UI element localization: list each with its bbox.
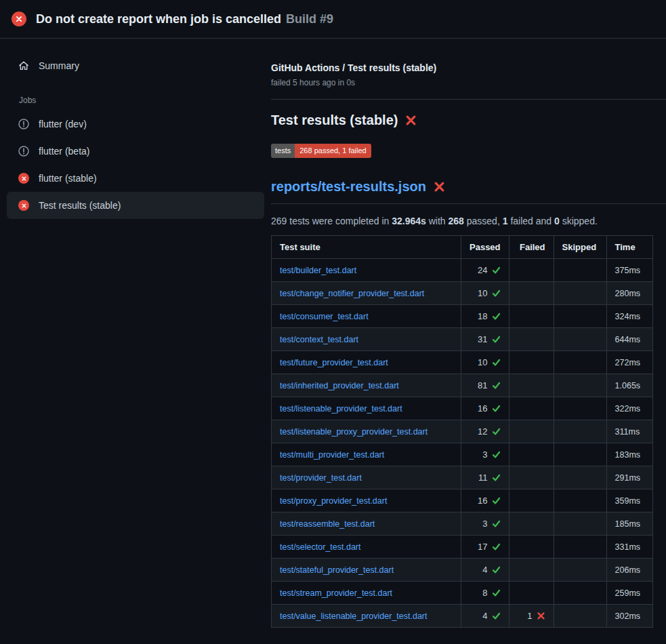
report-link[interactable]: reports/test-results.json [271, 179, 426, 195]
passed-count: 16 [478, 496, 487, 506]
time-value: 291ms [615, 473, 641, 483]
time-value: 185ms [615, 519, 641, 529]
test-suite-link[interactable]: test/stream_provider_test.dart [280, 588, 392, 598]
x-icon [537, 611, 545, 620]
summary-text: failed and [508, 216, 555, 226]
table-row: test/consumer_test.dart18324ms [272, 305, 653, 328]
passed-count: 10 [478, 357, 487, 367]
section-heading: Test results (stable) [271, 113, 666, 128]
sidebar-item-job[interactable]: flutter (stable) [7, 165, 264, 192]
summary-text: passed, [464, 216, 503, 226]
passed-count: 12 [478, 426, 487, 437]
column-header: Test suite [272, 236, 461, 259]
summary-label: Summary [39, 60, 79, 71]
passed-count: 17 [478, 542, 487, 552]
test-suite-link[interactable]: test/selector_test.dart [280, 542, 361, 552]
sidebar-item-job[interactable]: flutter (dev) [7, 110, 264, 138]
time-value: 644ms [615, 335, 641, 344]
test-suite-link[interactable]: test/listenable_proxy_provider_test.dart [280, 427, 428, 437]
check-icon [492, 565, 501, 574]
time-value: 375ms [615, 266, 641, 275]
badge-value: 268 passed, 1 failed [295, 144, 371, 158]
time-value: 280ms [615, 289, 641, 298]
failed-count: 1 [527, 611, 532, 621]
badge-label: tests [271, 144, 295, 158]
table-row: test/listenable_provider_test.dart16322m… [272, 397, 653, 420]
table-header-row: Test suitePassedFailedSkippedTime [272, 236, 653, 259]
passed-count: 3 [482, 519, 487, 529]
badge-row: tests 268 passed, 1 failed [271, 144, 666, 158]
check-icon [492, 588, 501, 597]
results-table: Test suitePassedFailedSkippedTime test/b… [271, 235, 653, 628]
failed-status-icon [12, 12, 26, 26]
table-row: test/selector_test.dart17331ms [272, 536, 653, 559]
table-row: test/value_listenable_provider_test.dart… [272, 605, 653, 628]
x-circle-icon [18, 200, 29, 211]
test-suite-link[interactable]: test/stateful_provider_test.dart [280, 565, 394, 575]
sidebar-item-job[interactable]: Test results (stable) [7, 192, 264, 219]
test-suite-link[interactable]: test/context_test.dart [280, 335, 358, 344]
passed-count: 10 [478, 288, 487, 298]
test-suite-link[interactable]: test/future_provider_test.dart [280, 358, 388, 367]
table-row: test/stateful_provider_test.dart4206ms [272, 559, 653, 582]
table-row: test/reassemble_test.dart3185ms [272, 512, 653, 536]
check-icon [492, 427, 501, 436]
sidebar-item-job[interactable]: flutter (beta) [7, 138, 264, 165]
build-title-text: Do not create report when job is cancell… [36, 12, 281, 26]
job-label: flutter (stable) [39, 173, 97, 184]
sidebar-item-summary[interactable]: Summary [7, 52, 264, 79]
test-suite-link[interactable]: test/multi_provider_test.dart [280, 450, 384, 460]
test-suite-link[interactable]: test/proxy_provider_test.dart [280, 496, 387, 506]
main-content: GitHub Actions / Test results (stable) f… [271, 39, 666, 644]
summary-stat: 32.964s [392, 216, 426, 226]
job-label: flutter (beta) [39, 146, 89, 157]
time-value: 322ms [615, 404, 641, 414]
check-icon [492, 611, 501, 620]
test-suite-link[interactable]: test/builder_test.dart [280, 266, 356, 275]
check-icon [492, 312, 501, 321]
passed-count: 11 [478, 472, 488, 483]
time-value: 1.065s [615, 381, 641, 390]
test-suite-link[interactable]: test/value_listenable_provider_test.dart [280, 611, 428, 621]
test-summary: 269 tests were completed in 32.964s with… [271, 216, 666, 226]
test-suite-link[interactable]: test/inherited_provider_test.dart [280, 381, 399, 390]
x-icon [405, 115, 417, 126]
time-value: 302ms [615, 611, 641, 621]
summary-text: with [426, 216, 449, 226]
passed-count: 24 [478, 265, 487, 275]
check-icon [492, 473, 501, 482]
time-value: 259ms [615, 588, 641, 598]
test-suite-link[interactable]: test/reassemble_test.dart [280, 519, 375, 529]
summary-stat: 1 [503, 216, 508, 226]
test-suite-link[interactable]: test/change_notifier_provider_test.dart [280, 289, 424, 298]
check-icon [492, 542, 501, 551]
report-heading: reports/test-results.json [271, 179, 666, 195]
time-value: 272ms [615, 358, 641, 367]
time-value: 183ms [615, 450, 641, 460]
job-label: Test results (stable) [39, 200, 121, 211]
test-suite-link[interactable]: test/consumer_test.dart [280, 312, 369, 321]
passed-count: 16 [478, 403, 487, 414]
status-line: failed 5 hours ago in 0s [271, 78, 666, 87]
table-body: test/builder_test.dart24375mstest/change… [272, 259, 653, 628]
table-row: test/listenable_proxy_provider_test.dart… [272, 420, 653, 443]
summary-stat: 0 [554, 216, 560, 226]
column-header: Failed [509, 236, 554, 259]
test-suite-link[interactable]: test/listenable_provider_test.dart [280, 404, 402, 414]
table-row: test/builder_test.dart24375ms [272, 259, 653, 282]
x-circle-icon [18, 173, 29, 184]
time-value: 359ms [615, 496, 641, 506]
build-results-page: Do not create report when job is cancell… [0, 0, 666, 644]
build-header: Do not create report when job is cancell… [0, 0, 666, 39]
passed-count: 18 [478, 311, 487, 321]
passed-count: 31 [478, 334, 487, 344]
passed-count: 81 [478, 380, 487, 390]
x-icon [16, 16, 22, 22]
divider [271, 99, 666, 100]
passed-count: 3 [482, 449, 487, 460]
jobs-list: flutter (dev)flutter (beta)flutter (stab… [7, 110, 264, 219]
test-suite-link[interactable]: test/provider_test.dart [280, 473, 362, 483]
check-icon [492, 519, 501, 528]
cancelled-icon [18, 119, 29, 129]
summary-text: skipped. [560, 216, 598, 226]
